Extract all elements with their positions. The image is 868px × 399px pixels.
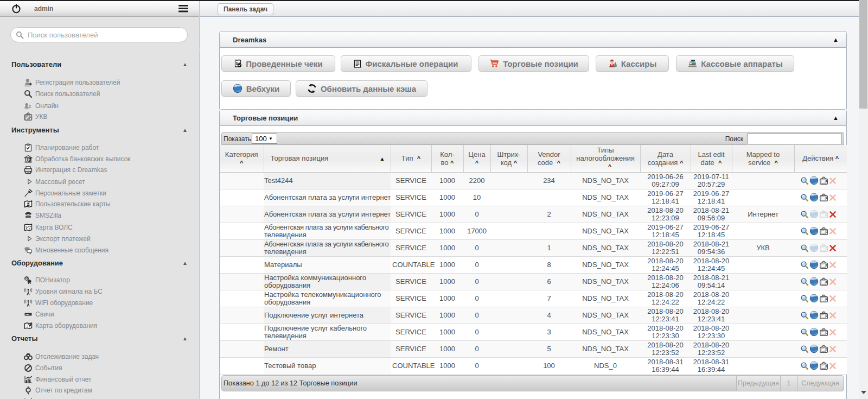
svg-text:2: 2 <box>28 156 31 163</box>
